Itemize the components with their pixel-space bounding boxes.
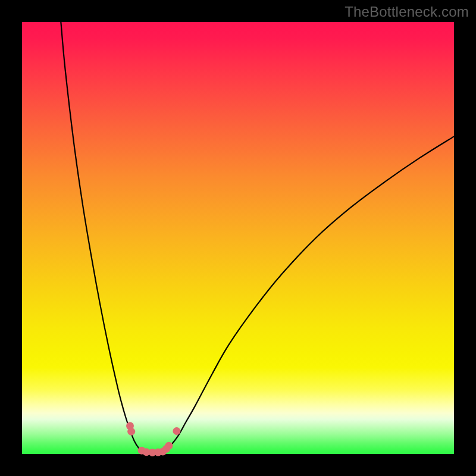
- chart-frame: TheBottleneck.com: [0, 0, 476, 476]
- data-marker: [127, 428, 135, 436]
- data-marker: [173, 427, 180, 435]
- plot-area: [22, 22, 454, 454]
- markers-group: [126, 422, 180, 456]
- data-marker: [165, 442, 173, 450]
- chart-svg: [22, 22, 454, 454]
- right-curve: [165, 136, 454, 452]
- left-curve: [61, 22, 143, 452]
- watermark-text: TheBottleneck.com: [345, 4, 469, 20]
